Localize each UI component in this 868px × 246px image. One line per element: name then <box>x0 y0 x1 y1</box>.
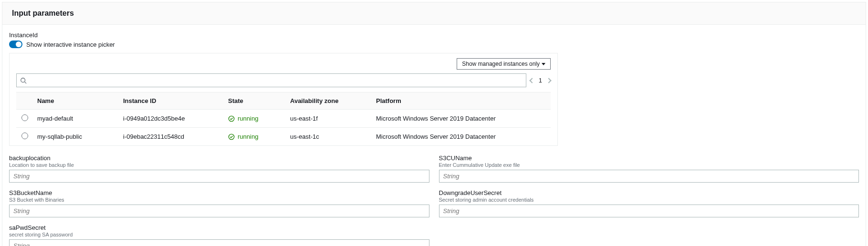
instance-table: Name Instance ID State Availability zone… <box>16 92 551 145</box>
toggle-knob <box>16 41 21 47</box>
cell-instance-id: i-09ebac22311c548cd <box>119 128 224 146</box>
col-state: State <box>224 92 286 110</box>
param-label: saPwdSecret <box>9 224 429 231</box>
param-label: DowngradeUserSecret <box>439 189 859 196</box>
sapwdsecret-input[interactable] <box>9 239 429 246</box>
cell-name: myad-default <box>33 110 119 128</box>
instance-search-input[interactable] <box>16 73 526 87</box>
param-description: Location to save backup file <box>9 162 429 168</box>
search-row: 1 <box>16 73 551 87</box>
instance-picker-toggle-row: Show interactive instance picker <box>9 41 862 48</box>
instanceid-label: InstanceId <box>9 31 862 39</box>
params-right-column: S3CUNameEnter Cummulative Update exe fil… <box>439 154 859 246</box>
param-description: Enter Cummulative Update exe file <box>439 162 859 168</box>
param-sapwdsecret: saPwdSecretsecret storing SA password <box>9 224 429 246</box>
col-name: Name <box>33 92 119 110</box>
param-description: Secret storing admin account credentials <box>439 197 859 203</box>
cell-state: running <box>224 128 286 146</box>
param-description: S3 Bucket with Binaries <box>9 197 429 203</box>
backuplocation-input[interactable] <box>9 170 429 183</box>
filter-button-label: Show managed instances only <box>462 61 540 67</box>
param-label: backuplocation <box>9 154 429 162</box>
success-icon <box>228 115 235 122</box>
caret-down-icon <box>542 63 545 65</box>
panel-body: InstanceId Show interactive instance pic… <box>2 25 866 246</box>
search-icon <box>20 77 27 84</box>
panel-title: Input parameters <box>2 2 866 25</box>
cell-instance-id: i-0949a012dc3d5be4e <box>119 110 224 128</box>
param-s3bucketname: S3BucketNameS3 Bucket with Binaries <box>9 189 429 217</box>
col-platform: Platform <box>372 92 551 110</box>
cell-name: my-sqllab-public <box>33 128 119 146</box>
page-next-button[interactable] <box>546 78 551 83</box>
s3bucketname-input[interactable] <box>9 205 429 217</box>
table-row: my-sqllab-publici-09ebac22311c548cdrunni… <box>16 128 551 146</box>
pagination: 1 <box>530 77 551 84</box>
param-label: S3CUName <box>439 154 859 162</box>
row-select-radio[interactable] <box>21 114 28 121</box>
col-instance-id: Instance ID <box>119 92 224 110</box>
row-select-radio[interactable] <box>21 133 28 139</box>
param-label: S3BucketName <box>9 189 429 196</box>
page-number: 1 <box>539 77 542 84</box>
param-downgradeusersecret: DowngradeUserSecretSecret storing admin … <box>439 189 859 217</box>
cell-platform: Microsoft Windows Server 2019 Datacenter <box>372 128 551 146</box>
param-description: secret storing SA password <box>9 232 429 237</box>
param-backuplocation: backuplocationLocation to save backup fi… <box>9 154 429 183</box>
param-s3cuname: S3CUNameEnter Cummulative Update exe fil… <box>439 154 859 183</box>
cell-platform: Microsoft Windows Server 2019 Datacenter <box>372 110 551 128</box>
s3cuname-input[interactable] <box>439 170 859 183</box>
input-parameters-panel: Input parameters InstanceId Show interac… <box>2 2 866 246</box>
managed-instances-filter-button[interactable]: Show managed instances only <box>457 58 551 70</box>
instance-picker-toggle-label: Show interactive instance picker <box>26 41 115 48</box>
params-grid: backuplocationLocation to save backup fi… <box>9 154 859 246</box>
cell-az: us-east-1f <box>286 110 372 128</box>
cell-state: running <box>224 110 286 128</box>
downgradeusersecret-input[interactable] <box>439 205 859 217</box>
svg-line-1 <box>25 82 27 83</box>
page-prev-button[interactable] <box>529 78 534 83</box>
cell-az: us-east-1c <box>286 128 372 146</box>
success-icon <box>228 133 235 140</box>
svg-point-0 <box>21 78 25 82</box>
col-select <box>16 92 33 110</box>
col-az: Availability zone <box>286 92 372 110</box>
params-left-column: backuplocationLocation to save backup fi… <box>9 154 429 246</box>
table-row: myad-defaulti-0949a012dc3d5be4erunningus… <box>16 110 551 128</box>
instance-picker-toggle[interactable] <box>9 41 22 48</box>
instance-picker: Show managed instances only 1 <box>9 53 558 146</box>
